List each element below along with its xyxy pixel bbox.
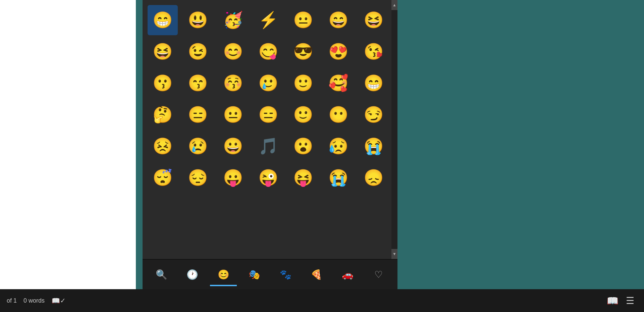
scroll-track: ▲ ▼ xyxy=(391,0,397,259)
status-bar-left: of 1 0 words 📖✓ xyxy=(7,293,66,308)
tab-symbols[interactable]: ♡ xyxy=(365,263,392,286)
tab-travel[interactable]: 🚗 xyxy=(334,263,361,286)
emoji-item[interactable]: 😐 xyxy=(218,100,248,130)
tab-recent[interactable]: 🕐 xyxy=(179,263,206,286)
tab-search[interactable]: 🔍 xyxy=(148,263,175,286)
scroll-down-button[interactable]: ▼ xyxy=(391,249,397,259)
emoji-item[interactable]: 😑 xyxy=(253,100,283,130)
emoji-tabs: 🔍 🕐 😊 🎭 🐾 🍕 🚗 ♡ xyxy=(143,259,397,289)
emoji-item[interactable]: 😉 xyxy=(183,37,213,67)
emoji-item[interactable]: 😚 xyxy=(218,68,248,98)
animals-icon: 🐾 xyxy=(280,269,291,280)
smiley-icon: 😊 xyxy=(218,269,229,280)
emoji-item[interactable]: 🥰 xyxy=(323,68,354,98)
emoji-item[interactable]: 😢 xyxy=(183,131,213,161)
book-view-icon[interactable]: 📖 xyxy=(605,293,620,308)
emoji-item[interactable]: 😥 xyxy=(323,131,354,161)
tab-food[interactable]: 🍕 xyxy=(303,263,330,286)
list-view-icon[interactable]: ☰ xyxy=(623,293,637,308)
emoji-item[interactable]: 😆 xyxy=(148,37,178,67)
emoji-item[interactable]: 😎 xyxy=(288,37,318,67)
emoji-item[interactable]: 😝 xyxy=(288,163,318,193)
emoji-item[interactable]: 😍 xyxy=(323,37,354,67)
emoji-grid-area: 😁😃🥳⚡😐😄😆😆😉😊😋😎😍😘😗😙😚🥲🙂🥰😁🤔😑😐😑🙂😶😏😣😢😀🎵😮😥😭😴😔😛😜😝… xyxy=(143,0,397,259)
status-bar-right: 📖 ☰ xyxy=(605,293,637,308)
emoji-item[interactable]: 😃 xyxy=(183,5,213,35)
emoji-item[interactable]: 🥳 xyxy=(218,5,248,35)
emoji-item[interactable]: 🙂 xyxy=(288,68,318,98)
emoji-item[interactable]: 😏 xyxy=(359,100,389,130)
emoji-item[interactable]: 😊 xyxy=(218,37,248,67)
emoji-item[interactable]: 😭 xyxy=(323,163,354,193)
emoji-item[interactable]: 🤔 xyxy=(148,100,178,130)
emoji-item[interactable]: 😀 xyxy=(218,131,248,161)
emoji-item[interactable]: 🥲 xyxy=(253,68,283,98)
emoji-item[interactable]: 😶 xyxy=(323,100,354,130)
emoji-item[interactable]: 😗 xyxy=(148,68,178,98)
emoji-item[interactable]: 😆 xyxy=(359,5,389,35)
page-area xyxy=(0,0,136,289)
heart-icon: ♡ xyxy=(374,269,383,280)
emoji-item[interactable]: 🙂 xyxy=(288,100,318,130)
emoji-item[interactable]: 😋 xyxy=(253,37,283,67)
tab-people[interactable]: 🎭 xyxy=(241,263,268,286)
emoji-item[interactable]: 😭 xyxy=(359,131,389,161)
spell-check-icon[interactable]: 📖✓ xyxy=(51,293,66,308)
emoji-panel: 😁😃🥳⚡😐😄😆😆😉😊😋😎😍😘😗😙😚🥲🙂🥰😁🤔😑😐😑🙂😶😏😣😢😀🎵😮😥😭😴😔😛😜😝… xyxy=(143,0,397,289)
emoji-item[interactable]: 😁 xyxy=(148,5,178,35)
people-icon: 🎭 xyxy=(249,269,260,280)
scroll-up-button[interactable]: ▲ xyxy=(391,0,397,10)
search-icon: 🔍 xyxy=(156,269,167,280)
page-info: of 1 xyxy=(7,297,17,304)
emoji-item[interactable]: ⚡ xyxy=(253,5,283,35)
emoji-item[interactable]: 😴 xyxy=(148,163,178,193)
emoji-item[interactable]: 😄 xyxy=(323,5,354,35)
status-bar: of 1 0 words 📖✓ 📖 ☰ xyxy=(0,289,644,312)
emoji-grid: 😁😃🥳⚡😐😄😆😆😉😊😋😎😍😘😗😙😚🥲🙂🥰😁🤔😑😐😑🙂😶😏😣😢😀🎵😮😥😭😴😔😛😜😝… xyxy=(146,3,394,195)
tab-smiley[interactable]: 😊 xyxy=(210,263,237,286)
tab-animals[interactable]: 🐾 xyxy=(272,263,299,286)
emoji-item[interactable]: 😔 xyxy=(183,163,213,193)
emoji-item[interactable]: 😐 xyxy=(288,5,318,35)
emoji-item[interactable]: 😁 xyxy=(359,68,389,98)
clock-icon: 🕐 xyxy=(186,269,198,280)
emoji-item[interactable]: 😙 xyxy=(183,68,213,98)
food-icon: 🍕 xyxy=(311,269,322,280)
word-count: 0 words xyxy=(23,297,45,304)
emoji-item[interactable]: 🎵 xyxy=(253,131,283,161)
emoji-item[interactable]: 😞 xyxy=(359,163,389,193)
emoji-item[interactable]: 😣 xyxy=(148,131,178,161)
emoji-item[interactable]: 😑 xyxy=(183,100,213,130)
emoji-item[interactable]: 😜 xyxy=(253,163,283,193)
travel-icon: 🚗 xyxy=(342,269,354,280)
emoji-item[interactable]: 😛 xyxy=(218,163,248,193)
emoji-item[interactable]: 😮 xyxy=(288,131,318,161)
emoji-item[interactable]: 😘 xyxy=(359,37,389,67)
